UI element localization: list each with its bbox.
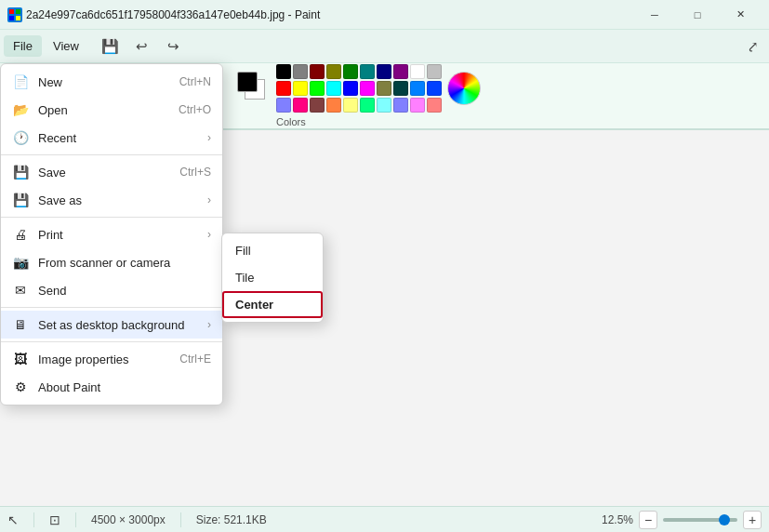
- color-swatch-24[interactable]: [343, 98, 358, 113]
- color-swatch-8[interactable]: [410, 64, 425, 79]
- menu-divider-4: [1, 341, 222, 342]
- title-bar-controls: ─ □ ✕: [633, 0, 762, 30]
- color-swatch-26[interactable]: [377, 98, 391, 113]
- color-swatch-1[interactable]: [293, 64, 308, 79]
- color-swatch-9[interactable]: [427, 64, 442, 79]
- color-swatch-11[interactable]: [293, 81, 308, 96]
- status-sep-3: [180, 512, 181, 527]
- foreground-color-swatch[interactable]: [237, 72, 258, 92]
- desktop-submenu: Fill Tile Center: [221, 233, 324, 323]
- select-tool-icon: ↖: [7, 512, 19, 527]
- color-swatch-16[interactable]: [377, 81, 391, 96]
- title-bar: 2a24e997ca6dc651f17958004f336a147e0eb44b…: [0, 0, 769, 30]
- color-swatch-12[interactable]: [310, 81, 325, 96]
- menu-divider-3: [1, 307, 222, 308]
- zoom-controls: 12.5% − +: [602, 511, 762, 529]
- undo-btn[interactable]: ↩: [129, 33, 155, 60]
- color-swatch-0[interactable]: [276, 64, 291, 79]
- color-swatch-5[interactable]: [360, 64, 375, 79]
- send-icon: ✉: [12, 282, 29, 299]
- colors-section: Colors: [237, 64, 481, 127]
- dimensions-display: 4500 × 3000px: [91, 513, 166, 526]
- color-swatch-20[interactable]: [276, 98, 291, 113]
- color-swatch-27[interactable]: [393, 98, 408, 113]
- recent-icon: 🕐: [12, 129, 29, 146]
- zoom-minus-btn[interactable]: −: [639, 511, 657, 529]
- crop-icon: ⊡: [49, 512, 60, 527]
- color-swatch-6[interactable]: [377, 64, 391, 79]
- menu-divider-1: [1, 154, 222, 155]
- title-bar-left: 2a24e997ca6dc651f17958004f336a147e0eb44b…: [7, 7, 320, 22]
- menu-print[interactable]: 🖨 Print ›: [1, 220, 222, 248]
- close-button[interactable]: ✕: [719, 0, 762, 30]
- color-swatch-28[interactable]: [410, 98, 425, 113]
- color-swatch-14[interactable]: [343, 81, 358, 96]
- color-swatch-2[interactable]: [310, 64, 325, 79]
- color-swatch-22[interactable]: [310, 98, 325, 113]
- app-icon: [7, 7, 22, 22]
- open-icon: 📂: [12, 101, 29, 118]
- share-button[interactable]: ⤤: [739, 33, 765, 60]
- zoom-percent: 12.5%: [602, 513, 633, 526]
- colors-label: Colors: [276, 116, 481, 127]
- svg-rect-3: [16, 16, 20, 20]
- color-swatch-19[interactable]: [427, 81, 442, 96]
- menu-bar: File View 💾 ↩ ↪ ⤤: [0, 30, 769, 63]
- color-swatch-13[interactable]: [326, 81, 341, 96]
- menu-divider-2: [1, 217, 222, 218]
- save-icon: 💾: [12, 164, 29, 180]
- color-swatch-3[interactable]: [326, 64, 341, 79]
- new-icon: 📄: [12, 73, 29, 90]
- view-menu[interactable]: View: [44, 35, 88, 57]
- menu-new[interactable]: 📄 New Ctrl+N: [1, 68, 222, 96]
- color-swatch-4[interactable]: [343, 64, 358, 79]
- color-swatch-17[interactable]: [393, 81, 408, 96]
- menu-open[interactable]: 📂 Open Ctrl+O: [1, 96, 222, 124]
- file-menu[interactable]: File: [4, 35, 42, 57]
- file-size-display: Size: 521.1KB: [196, 513, 267, 526]
- maximize-button[interactable]: □: [676, 0, 719, 30]
- status-bar: ↖ ⊡ 4500 × 3000px Size: 521.1KB 12.5% − …: [0, 506, 769, 532]
- color-swatch-29[interactable]: [427, 98, 442, 113]
- zoom-thumb[interactable]: [719, 514, 730, 525]
- color-swatch-7[interactable]: [393, 64, 408, 79]
- properties-icon: 🖼: [12, 351, 29, 367]
- desktop-icon: 🖥: [12, 316, 29, 333]
- file-dropdown-menu: 📄 New Ctrl+N 📂 Open Ctrl+O 🕐 Recent › 💾 …: [0, 63, 223, 406]
- submenu-fill[interactable]: Fill: [222, 237, 323, 264]
- svg-rect-0: [9, 9, 14, 14]
- menu-save[interactable]: 💾 Save Ctrl+S: [1, 158, 222, 186]
- color-picker-btn[interactable]: [447, 72, 481, 105]
- menu-desktop[interactable]: 🖥 Set as desktop background ›: [1, 311, 222, 339]
- menu-send[interactable]: ✉ Send: [1, 276, 222, 304]
- status-sep-2: [75, 512, 76, 527]
- redo-btn[interactable]: ↪: [161, 33, 187, 60]
- color-swatches-container: [276, 64, 442, 113]
- menu-about[interactable]: ⚙ About Paint: [1, 373, 222, 401]
- color-swatch-23[interactable]: [326, 98, 341, 113]
- menu-scanner[interactable]: 📷 From scanner or camera: [1, 248, 222, 276]
- color-swatch-18[interactable]: [410, 81, 425, 96]
- menu-saveas[interactable]: 💾 Save as ›: [1, 186, 222, 214]
- submenu-center[interactable]: Center: [222, 291, 323, 318]
- svg-rect-2: [9, 16, 14, 20]
- color-swatch-10[interactable]: [276, 81, 291, 96]
- menu-properties[interactable]: 🖼 Image properties Ctrl+E: [1, 345, 222, 373]
- zoom-slider[interactable]: [663, 518, 737, 522]
- about-icon: ⚙: [12, 379, 29, 395]
- scanner-icon: 📷: [12, 254, 29, 271]
- color-swatch-25[interactable]: [360, 98, 375, 113]
- svg-rect-1: [16, 9, 20, 14]
- window-title: 2a24e997ca6dc651f17958004f336a147e0eb44b…: [26, 8, 320, 21]
- zoom-plus-btn[interactable]: +: [743, 511, 762, 529]
- saveas-icon: 💾: [12, 192, 29, 208]
- submenu-tile[interactable]: Tile: [222, 264, 323, 291]
- color-swatch-21[interactable]: [293, 98, 308, 113]
- quick-access-bar: 💾 ↩ ↪: [98, 33, 187, 60]
- status-sep-1: [33, 512, 34, 527]
- print-icon: 🖨: [12, 226, 29, 243]
- color-swatch-15[interactable]: [360, 81, 375, 96]
- save-quick-btn[interactable]: 💾: [98, 33, 124, 60]
- menu-recent[interactable]: 🕐 Recent ›: [1, 124, 222, 152]
- minimize-button[interactable]: ─: [633, 0, 676, 30]
